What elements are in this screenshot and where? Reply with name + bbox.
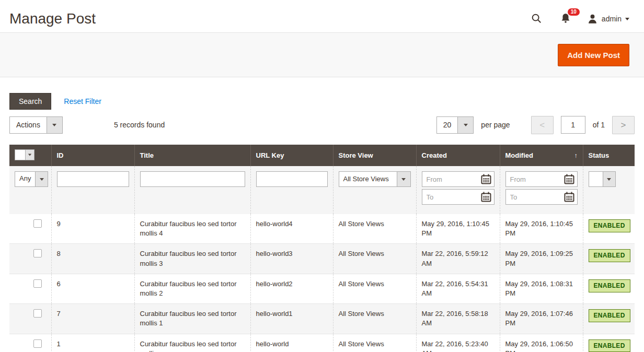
search-icon[interactable] [528,10,544,28]
cell-modified: May 29, 2016, 1:07:46 PM [500,304,583,334]
user-name: admin [602,15,622,23]
posts-grid: ID Title URL Key Store View Created Modi… [9,145,635,352]
cell-url-key: hello-world2 [250,274,333,303]
row-checkbox[interactable] [33,279,42,288]
row-checkbox[interactable] [33,249,42,257]
column-header-modified[interactable]: Modified ↑ [500,145,583,166]
column-header-created[interactable]: Created [416,145,500,166]
status-badge: ENABLED [589,279,630,292]
select-all-checkbox[interactable] [15,150,25,160]
cell-id: 9 [51,214,134,244]
chevron-down-icon [47,117,62,133]
user-menu[interactable]: admin [587,14,629,25]
cell-modified: May 29, 2016, 1:09:25 PM [500,244,583,274]
cell-title: Curabitur faucibus leo sed tortor mollis… [134,244,250,274]
previous-page-button[interactable]: < [531,116,554,134]
records-found-text: 5 records found [114,121,165,129]
calendar-icon[interactable] [564,192,575,203]
row-checkbox[interactable] [33,309,42,318]
cell-url-key: hello-world1 [250,304,333,334]
per-page-value: 20 [437,117,458,133]
cell-url-key: hello-world4 [250,214,333,244]
next-page-button[interactable]: > [612,116,635,134]
table-row: 7 Curabitur faucibus leo sed tortor moll… [9,304,635,334]
table-row: 8 Curabitur faucibus leo sed tortor moll… [9,244,635,274]
cell-id: 6 [51,274,134,303]
cell-id: 8 [51,244,134,274]
table-row: 6 Curabitur faucibus leo sed tortor moll… [9,274,635,303]
cell-created: May 29, 2016, 1:10:45 PM [416,214,500,244]
cell-created: Mar 22, 2016, 5:54:31 AM [416,274,500,303]
add-new-post-button[interactable]: Add New Post [558,44,629,66]
title-filter-input[interactable] [140,171,245,187]
cell-store-view: All Store Views [333,304,416,334]
user-avatar-icon [587,14,598,25]
status-badge: ENABLED [589,219,630,232]
column-header-title[interactable]: Title [134,145,250,166]
cell-url-key: hello-world [250,334,333,352]
cell-created: Mar 22, 2016, 5:58:18 AM [416,304,500,334]
filter-actions: Search Reset Filter [9,92,635,110]
chevron-down-icon [457,117,473,133]
page-title: Manage Post [9,10,96,27]
massaction-filter-cell: Any [9,166,51,214]
cell-title: Curabitur faucibus leo sed tortor mollis… [134,274,250,303]
column-header-store-view[interactable]: Store View [333,145,416,166]
cell-modified: May 29, 2016, 1:08:31 PM [500,274,583,303]
massaction-filter-dropdown[interactable]: Any [15,171,48,187]
chevron-down-icon [603,172,615,186]
actions-dropdown[interactable]: Actions [9,116,63,134]
status-filter-dropdown[interactable] [589,171,616,187]
status-badge: ENABLED [589,249,630,262]
chevron-down-icon [25,150,34,160]
cell-id: 1 [51,334,134,352]
cell-title: Curabitur faucibus leo sed tortor mollis… [134,304,250,334]
page-total-label: of 1 [593,121,605,129]
cell-store-view: All Store Views [333,214,416,244]
table-row: 1 Curabitur faucibus leo sed tortor moll… [9,334,635,352]
page-header: Manage Post 10 admin [0,0,644,31]
actions-dropdown-value: Actions [10,117,47,133]
status-badge: ENABLED [589,339,630,352]
id-filter-input[interactable] [57,171,129,187]
cell-store-view: All Store Views [333,274,416,303]
header-actions: 10 admin [528,10,635,28]
cell-id: 7 [51,304,134,334]
search-button[interactable]: Search [9,93,51,110]
cell-created: Mar 22, 2016, 5:59:12 AM [416,244,500,274]
cell-created: Mar 22, 2016, 5:23:40 AM [416,334,500,352]
chevron-down-icon [397,172,410,186]
row-checkbox[interactable] [33,219,42,228]
pagination-controls: 20 per page < of 1 > [436,116,635,134]
calendar-icon[interactable] [481,174,492,185]
select-all-dropdown[interactable] [15,149,34,160]
calendar-icon[interactable] [564,174,575,185]
grid-header-row: ID Title URL Key Store View Created Modi… [9,145,635,166]
cell-store-view: All Store Views [333,244,416,274]
column-header-url-key[interactable]: URL Key [250,145,333,166]
row-checkbox[interactable] [33,339,42,348]
action-band: Add New Post [0,32,644,77]
current-page-input[interactable] [561,116,585,134]
calendar-icon[interactable] [481,192,492,203]
table-row: 9 Curabitur faucibus leo sed tortor moll… [9,214,635,244]
table-body: 9 Curabitur faucibus leo sed tortor moll… [9,214,635,352]
sort-ascending-icon: ↑ [574,152,578,159]
reset-filter-link[interactable]: Reset Filter [64,97,101,105]
notification-count-badge: 10 [568,8,580,16]
per-page-dropdown[interactable]: 20 [436,116,474,134]
cell-title: Curabitur faucibus leo sed tortor mollis… [134,214,250,244]
column-header-id[interactable]: ID [51,145,134,166]
grid-filter-row: Any All Store Views [9,166,635,214]
url-key-filter-input[interactable] [256,171,328,187]
select-all-header [9,145,51,166]
column-header-status[interactable]: Status [583,145,635,166]
status-badge: ENABLED [589,309,630,322]
cell-title: Curabitur faucibus leo sed tortor mollis [134,334,250,352]
pager: < of 1 > [531,116,635,134]
store-view-filter-dropdown[interactable]: All Store Views [339,171,411,187]
notifications-bell-icon[interactable]: 10 [558,10,573,28]
cell-url-key: hello-world3 [250,244,333,274]
chevron-down-icon [35,172,48,186]
grid-toolbar: Actions 5 records found 20 per page < of… [9,115,635,134]
